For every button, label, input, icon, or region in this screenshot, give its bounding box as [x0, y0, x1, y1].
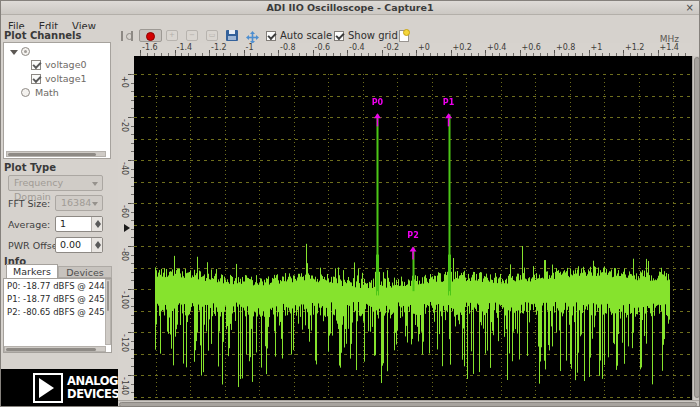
chevron-down-icon: [92, 202, 98, 206]
auto-scale-checkbox[interactable]: [266, 31, 276, 41]
x-ruler-tick-label: +0.6: [522, 43, 541, 52]
math-radio[interactable]: [21, 88, 30, 97]
y-ruler-tick-label: -20: [120, 119, 129, 132]
plot-channels-tree[interactable]: voltage0 voltage1 Math: [3, 42, 111, 159]
y-ruler-tick-label: -60: [120, 205, 129, 218]
plot-domain-select[interactable]: Frequency Domain: [8, 175, 103, 191]
fft-size-value: 16384: [61, 197, 91, 208]
show-grid-checkbox[interactable]: [334, 31, 344, 41]
stepper-buttons: [91, 238, 102, 252]
x-ruler-tick-label: -1.2: [211, 43, 227, 52]
zoom-out-icon[interactable]: −: [186, 30, 198, 41]
y-ruler-tick-label: -40: [120, 162, 129, 175]
markers-hscrollbar-thumb[interactable]: [6, 348, 96, 351]
x-ruler-tick-label: -1: [246, 43, 254, 52]
plot-hscrollbar-thumb[interactable]: [119, 402, 697, 407]
ruler-corner: [118, 43, 134, 56]
expander-icon[interactable]: [10, 50, 18, 55]
plot-marker-label: P0: [367, 98, 387, 107]
voltage1-checkbox[interactable]: [31, 74, 41, 84]
marker-row[interactable]: P1: -18.77 dBFS @ 2450.206 MHz: [7, 293, 112, 306]
y-ruler-tick-label: +0: [120, 76, 129, 88]
plot-marker-label: P1: [439, 98, 459, 107]
x-ruler-tick-label: -0.6: [315, 43, 331, 52]
menubar: FileEditView: [1, 15, 699, 29]
marker-row[interactable]: P2: -80.65 dBFS @ 2450.000 MHz: [7, 306, 112, 319]
spectrum-plot[interactable]: [134, 56, 692, 400]
markers-hscrollbar[interactable]: [4, 346, 106, 352]
markers-vscrollbar-thumb[interactable]: [107, 281, 109, 311]
average-label: Average:: [8, 219, 50, 230]
x-ruler-tick-label: +1: [591, 43, 603, 52]
pwr-offset-stepper[interactable]: 0.00: [55, 237, 103, 253]
math-row[interactable]: Math: [4, 87, 110, 100]
voltage0-checkbox[interactable]: [31, 60, 41, 70]
tab-devices[interactable]: Devices: [58, 266, 112, 278]
app-window: ADI IIO Oscilloscope - Capture1 × FileEd…: [0, 0, 700, 407]
x-ruler-tick-label: +0.2: [453, 43, 472, 52]
pan-move-icon[interactable]: [246, 29, 259, 42]
plot-hscrollbar[interactable]: [118, 400, 700, 407]
markers-vscrollbar[interactable]: [105, 279, 111, 345]
x-ruler-tick-label: -0.2: [384, 43, 400, 52]
ruler-position-marker-icon: [124, 224, 130, 232]
x-ruler-tick-label: +1.2: [625, 43, 644, 52]
chevron-down-icon: [92, 182, 98, 186]
x-ruler-tick-label: +0.4: [487, 43, 506, 52]
save-icon[interactable]: [226, 30, 238, 41]
logo-line2: DEVICES: [67, 388, 119, 401]
close-icon[interactable]: ×: [686, 1, 694, 14]
tree-hscrollbar-thumb[interactable]: [8, 153, 96, 156]
channel-label: voltage1: [45, 73, 87, 85]
zoom-fit-icon[interactable]: ▭: [206, 30, 218, 41]
plot-channels-frame-label: Plot Channels: [4, 30, 82, 41]
sidebar: Plot Channels voltage0 voltage1 Math: [1, 29, 118, 407]
analog-devices-logo: ANALOG DEVICES: [1, 369, 118, 407]
channel-row[interactable]: voltage1: [4, 73, 110, 86]
x-ruler-tick-label: +0: [418, 43, 430, 52]
zoom-in-icon[interactable]: +: [166, 30, 178, 41]
y-ruler[interactable]: +0-20-40-60-80-100-120-140: [118, 56, 134, 400]
channel-row[interactable]: voltage0: [4, 59, 110, 72]
fft-size-label: FFT Size:: [8, 198, 50, 209]
x-ruler[interactable]: -1.6-1.4-1.2-1-0.8-0.6-0.4-0.2+0+0.2+0.4…: [134, 43, 692, 56]
titlebar[interactable]: ADI IIO Oscilloscope - Capture1 ×: [1, 1, 699, 15]
auto-scale-label: Auto scale: [280, 30, 332, 42]
math-label: Math: [35, 87, 59, 99]
x-ruler-tick-label: -1.4: [177, 43, 193, 52]
tree-hscrollbar[interactable]: [6, 151, 106, 157]
x-ruler-tick-label: -0.4: [349, 43, 365, 52]
window-title: ADI IIO Oscilloscope - Capture1: [1, 1, 699, 15]
device-row[interactable]: [4, 46, 110, 59]
x-ruler-tick-label: -1.6: [142, 43, 158, 52]
pwr-offset-value: 0.00: [60, 239, 81, 250]
y-ruler-tick-label: -120: [120, 334, 129, 352]
adi-triangle-icon: [39, 378, 54, 398]
y-ruler-tick-label: -100: [120, 291, 129, 309]
new-window-icon[interactable]: [399, 30, 409, 42]
markers-list[interactable]: P0: -18.77 dBFS @ 2449.794 MHz P1: -18.7…: [3, 278, 112, 353]
toolbar: + − ▭ Auto scale Show grid MHz: [118, 29, 700, 43]
step-down-icon[interactable]: [95, 245, 101, 249]
y-ruler-tick-label: -140: [120, 377, 129, 395]
adi-logo-mark: [33, 373, 63, 403]
x-ruler-tick-label: -0.8: [280, 43, 296, 52]
x-ruler-tick-label: +1.4: [660, 43, 679, 52]
tab-markers[interactable]: Markers: [6, 264, 58, 278]
average-value: 1: [60, 218, 66, 229]
plot-marker-label: P2: [403, 231, 423, 240]
plot-type-frame-label: Plot Type: [4, 162, 56, 173]
average-stepper[interactable]: 1: [55, 216, 103, 232]
plot-vscrollbar-thumb[interactable]: [694, 57, 700, 398]
fft-size-select[interactable]: 16384: [55, 195, 103, 211]
step-down-icon[interactable]: [95, 224, 101, 228]
marker-row[interactable]: P0: -18.77 dBFS @ 2449.794 MHz: [7, 280, 112, 293]
show-grid-label: Show grid: [348, 30, 398, 42]
plot-vscrollbar[interactable]: [692, 56, 700, 400]
x-ruler-tick-label: +0.8: [556, 43, 575, 52]
device-radio[interactable]: [21, 47, 30, 56]
capture-record-button[interactable]: [139, 29, 162, 42]
capture-panel-icon[interactable]: [121, 31, 133, 41]
record-icon: [146, 32, 155, 41]
stepper-buttons: [91, 217, 102, 231]
